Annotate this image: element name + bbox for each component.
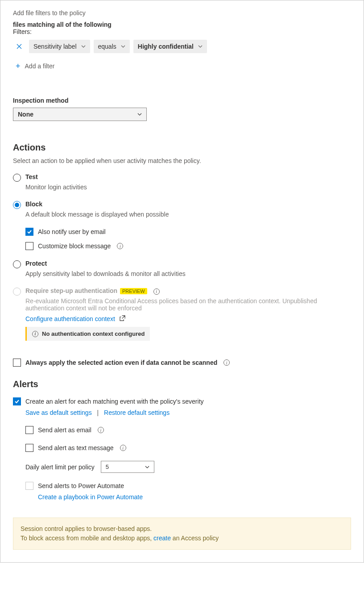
alerts-heading: Alerts (13, 379, 351, 389)
radio-block[interactable] (13, 201, 21, 209)
info-icon: i (32, 331, 38, 337)
radio-test[interactable] (13, 174, 21, 182)
daily-limit-value: 5 (106, 464, 109, 470)
power-automate-label: Send alerts to Power Automate (38, 482, 124, 489)
footer-line1: Session control applies to browser-based… (21, 524, 343, 534)
radio-stepup-label: Require step-up authentication (25, 287, 117, 294)
inspection-method-label: Inspection method (13, 97, 351, 104)
no-auth-context-warning: i No authentication context configured (25, 327, 150, 341)
footer-line2a: To block access from mobile and desktop … (21, 535, 153, 542)
chevron-down-icon (145, 465, 149, 469)
external-link-icon (120, 315, 125, 321)
checkbox-send-text[interactable] (25, 444, 33, 452)
files-matching-label: files matching all of the following (13, 21, 112, 28)
inspection-method-value: None (18, 111, 33, 118)
info-icon[interactable]: i (98, 427, 104, 433)
separator: | (94, 409, 103, 416)
configure-auth-context-link[interactable]: Configure authentication context (25, 315, 115, 322)
check-icon (27, 229, 32, 234)
check-icon (14, 399, 20, 404)
send-email-label: Send alert as email (38, 426, 91, 434)
filter-field-dropdown[interactable]: Sensitivity label (29, 40, 90, 53)
daily-limit-dropdown[interactable]: 5 (101, 461, 154, 473)
customize-message-label: Customize block message (38, 242, 111, 250)
send-text-label: Send alert as text message (38, 444, 114, 451)
plus-icon: + (16, 62, 21, 70)
preview-badge: PREVIEW (120, 288, 147, 294)
filter-value-dropdown[interactable]: Highly confidential (133, 40, 207, 53)
checkbox-customize-message[interactable] (25, 242, 33, 250)
filter-operator-dropdown[interactable]: equals (94, 40, 130, 53)
radio-block-desc: A default block message is displayed whe… (25, 211, 351, 218)
create-access-policy-link[interactable]: create (153, 535, 171, 542)
filter-operator-value: equals (98, 43, 116, 50)
chevron-down-icon (198, 44, 203, 49)
actions-helper: Select an action to be applied when user… (13, 157, 351, 164)
filter-value-text: Highly confidential (138, 43, 194, 50)
always-apply-label: Always apply the selected action even if… (25, 359, 217, 366)
checkbox-notify-email[interactable] (25, 228, 33, 236)
remove-filter-button[interactable] (13, 40, 25, 53)
radio-stepup-desc: Re-evaluate Microsoft Entra Conditional … (25, 297, 351, 312)
info-icon[interactable]: i (117, 243, 123, 249)
filter-field-value: Sensitivity label (33, 43, 77, 50)
checkbox-send-email[interactable] (25, 426, 33, 434)
add-file-filters-label: Add file filters to the policy (13, 9, 351, 17)
chevron-down-icon (137, 112, 142, 117)
radio-stepup (13, 288, 21, 296)
daily-limit-label: Daily alert limit per policy (25, 464, 95, 471)
session-control-note: Session control applies to browser-based… (13, 518, 351, 550)
footer-line2b: an Access policy (171, 535, 219, 542)
save-default-link[interactable]: Save as default settings (25, 409, 92, 416)
chevron-down-icon (121, 44, 125, 49)
info-icon[interactable]: i (153, 288, 160, 295)
filters-label: Filters: (13, 28, 32, 35)
actions-heading: Actions (13, 142, 351, 153)
radio-block-label: Block (25, 200, 42, 208)
radio-protect-desc: Apply sensitivity label to downloads & m… (25, 270, 351, 277)
checkbox-create-alert[interactable] (13, 397, 21, 405)
radio-protect-label: Protect (25, 260, 47, 267)
inspection-method-dropdown[interactable]: None (13, 108, 147, 121)
create-playbook-link[interactable]: Create a playbook in Power Automate (38, 493, 143, 501)
chevron-down-icon (81, 44, 86, 49)
radio-test-label: Test (25, 173, 38, 180)
radio-test-desc: Monitor login activities (25, 184, 351, 191)
create-alert-label: Create an alert for each matching event … (25, 398, 204, 405)
notify-email-label: Also notify user by email (38, 228, 106, 235)
info-icon[interactable]: i (120, 445, 126, 451)
checkbox-always-apply[interactable] (13, 359, 21, 367)
add-filter-button[interactable]: + Add a filter (16, 60, 351, 72)
close-icon (17, 44, 22, 49)
radio-protect[interactable] (13, 260, 21, 268)
add-filter-label: Add a filter (25, 63, 55, 70)
checkbox-power-automate (25, 482, 33, 490)
no-auth-context-text: No authentication context configured (42, 330, 145, 337)
info-icon[interactable]: i (223, 359, 230, 366)
restore-default-link[interactable]: Restore default settings (104, 409, 170, 416)
